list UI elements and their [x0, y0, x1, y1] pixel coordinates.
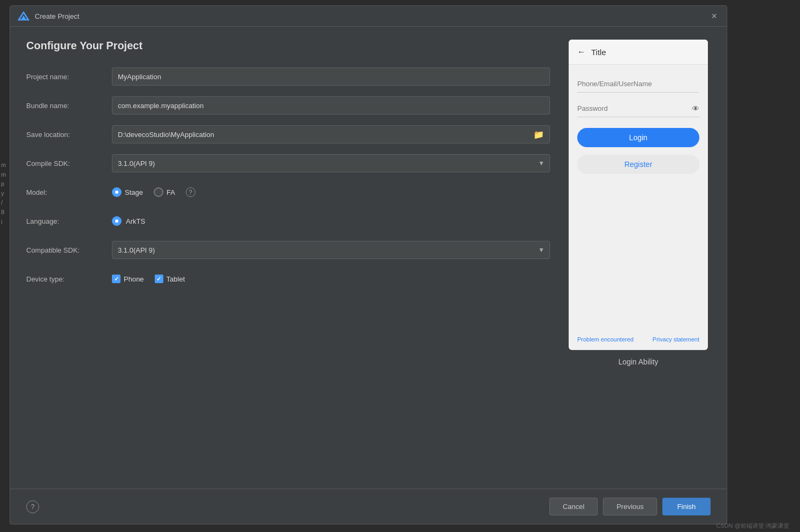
language-label: Language:: [26, 217, 112, 225]
phone-preview-body: 👁 Login Register: [569, 65, 708, 329]
model-fa-option[interactable]: FA: [154, 187, 175, 197]
eye-icon: 👁: [692, 104, 699, 113]
model-stage-option[interactable]: Stage: [112, 187, 143, 197]
preview-area: ← Title 👁 Login Register Problem encount…: [566, 40, 711, 489]
compatible-sdk-select[interactable]: 3.1.0(API 9): [112, 241, 550, 259]
device-tablet-option[interactable]: Tablet: [155, 275, 185, 283]
phone-preview-footer: Problem encountered Privacy statement: [569, 329, 708, 350]
create-project-dialog: Create Project × Configure Your Project …: [10, 5, 727, 525]
back-arrow-icon: ←: [577, 47, 586, 57]
model-label: Model:: [26, 188, 112, 196]
device-phone-checkbox[interactable]: [112, 275, 120, 283]
device-type-label: Device type:: [26, 275, 112, 283]
device-tablet-checkbox[interactable]: [155, 275, 163, 283]
form-area: Configure Your Project Project name: Bun…: [26, 40, 550, 489]
watermark: CSDN @前端讲堂·鸿蒙课堂: [716, 522, 789, 530]
folder-icon[interactable]: 📁: [533, 130, 544, 140]
phone-password-input: [577, 100, 692, 117]
phone-preview: ← Title 👁 Login Register Problem encount…: [569, 40, 708, 350]
compile-sdk-row: Compile SDK: 3.1.0(API 9) ▼: [26, 154, 550, 173]
project-name-label: Project name:: [26, 73, 112, 81]
device-tablet-label: Tablet: [167, 275, 185, 283]
bundle-name-label: Bundle name:: [26, 102, 112, 110]
device-type-row: Device type: Phone Tablet: [26, 269, 550, 288]
dialog-title: Create Project: [35, 12, 79, 20]
preview-label: Login Ability: [618, 358, 659, 366]
model-stage-radio[interactable]: [112, 187, 122, 197]
finish-button[interactable]: Finish: [662, 498, 711, 515]
bundle-name-row: Bundle name:: [26, 96, 550, 115]
dialog-footer: ? Cancel Previous Finish: [10, 489, 727, 524]
footer-left: ?: [26, 500, 39, 513]
cancel-button[interactable]: Cancel: [549, 498, 598, 515]
language-radio-group: ArkTS: [112, 216, 145, 226]
model-stage-label: Stage: [125, 188, 143, 196]
project-name-input[interactable]: [112, 67, 550, 86]
help-button[interactable]: ?: [26, 500, 39, 513]
compile-sdk-select[interactable]: 3.1.0(API 9): [112, 154, 550, 172]
compatible-sdk-wrapper: 3.1.0(API 9) ▼: [112, 241, 550, 259]
phone-email-input: [577, 75, 699, 93]
phone-preview-header: ← Title: [569, 40, 708, 65]
save-location-row: Save location: 📁: [26, 125, 550, 144]
project-name-row: Project name:: [26, 67, 550, 86]
side-labels: m m p y / 8 i: [0, 161, 11, 226]
save-location-label: Save location:: [26, 131, 112, 139]
problem-encountered-link: Problem encountered: [577, 336, 633, 343]
app-icon: [18, 10, 29, 22]
compatible-sdk-row: Compatible SDK: 3.1.0(API 9) ▼: [26, 240, 550, 260]
register-button: Register: [577, 155, 699, 174]
dialog-content: Configure Your Project Project name: Bun…: [10, 27, 727, 489]
compile-sdk-wrapper: 3.1.0(API 9) ▼: [112, 154, 550, 172]
phone-preview-title: Title: [591, 48, 606, 57]
close-button[interactable]: ×: [709, 11, 719, 21]
previous-button[interactable]: Previous: [603, 498, 657, 515]
model-fa-radio[interactable]: [154, 187, 163, 197]
language-arkts-radio[interactable]: [112, 216, 122, 226]
privacy-statement-link: Privacy statement: [653, 336, 699, 343]
save-location-input[interactable]: [118, 131, 533, 139]
device-type-checkbox-group: Phone Tablet: [112, 275, 185, 283]
compile-sdk-label: Compile SDK:: [26, 159, 112, 168]
language-row: Language: ArkTS: [26, 211, 550, 231]
login-button: Login: [577, 128, 699, 147]
device-phone-option[interactable]: Phone: [112, 275, 144, 283]
device-phone-label: Phone: [124, 275, 144, 283]
save-location-input-wrapper: 📁: [112, 125, 550, 143]
footer-buttons: Cancel Previous Finish: [549, 498, 711, 515]
model-fa-label: FA: [167, 188, 175, 196]
model-row: Model: Stage FA ?: [26, 183, 550, 202]
page-heading: Configure Your Project: [26, 40, 550, 52]
bundle-name-input[interactable]: [112, 96, 550, 115]
compatible-sdk-label: Compatible SDK:: [26, 246, 112, 254]
phone-password-row: 👁: [577, 100, 699, 117]
model-radio-group: Stage FA ?: [112, 187, 195, 197]
title-bar-left: Create Project: [18, 10, 79, 22]
title-bar: Create Project ×: [10, 6, 727, 27]
model-help-icon[interactable]: ?: [186, 187, 195, 197]
language-arkts-label: ArkTS: [126, 217, 145, 225]
